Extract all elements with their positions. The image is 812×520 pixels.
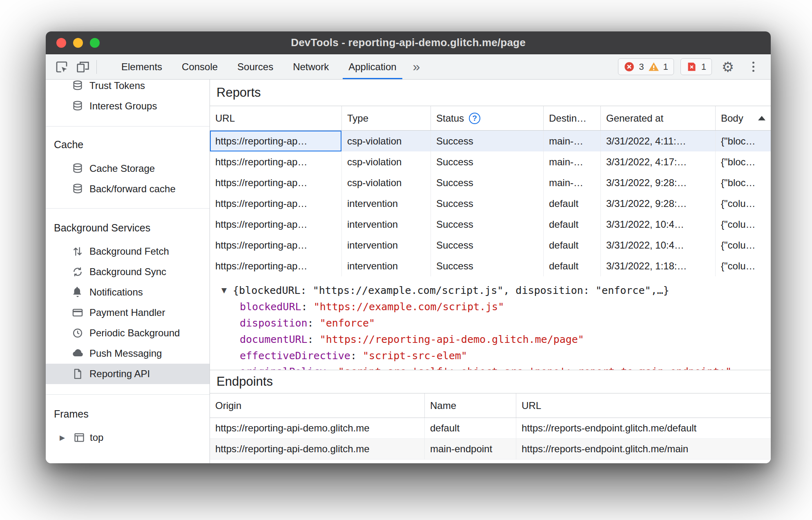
device-toolbar-icon	[76, 60, 89, 73]
report-type-cell: csp-violation	[341, 172, 431, 193]
column-header-type[interactable]: Type	[341, 106, 431, 130]
sidebar-item-label: Interest Groups	[89, 100, 157, 112]
sidebar-item-cache-storage[interactable]: Cache Storage	[46, 158, 210, 179]
endpoint-row[interactable]: https://reporting-api-demo.glitch.me def…	[210, 418, 771, 439]
preview-summary-text: {blockedURL: "https://example.com/script…	[233, 284, 669, 296]
inspect-element-button[interactable]	[52, 58, 71, 76]
sidebar-item-reporting-api[interactable]: Reporting API	[46, 364, 210, 384]
sidebar-item-interest-groups[interactable]: Interest Groups	[46, 96, 210, 116]
report-generated-cell: 3/31/2022, 4:17:…	[600, 151, 715, 172]
report-type-cell: csp-violation	[341, 151, 431, 172]
tab-console[interactable]: Console	[172, 54, 228, 79]
sidebar-item-periodic-background-sync[interactable]: Periodic Background	[46, 323, 210, 343]
sidebar-item-background-fetch[interactable]: Background Fetch	[46, 241, 210, 262]
sidebar-item-label: Trust Tokens	[89, 80, 145, 91]
preview-properties: blockedURL : "https://example.com/script…	[221, 298, 771, 370]
report-row[interactable]: https://reporting-ap… csp-violation Succ…	[210, 151, 771, 172]
issue-count: 1	[701, 62, 706, 72]
device-toolbar-button[interactable]	[74, 58, 92, 76]
settings-button[interactable]: ⚙	[718, 58, 737, 76]
report-row[interactable]: https://reporting-ap… intervention Succe…	[210, 193, 771, 214]
property-key: blockedURL	[240, 301, 301, 313]
console-errors-warnings-badge[interactable]: 3 1	[618, 58, 674, 75]
three-dots-icon	[752, 62, 754, 72]
sidebar-item-label: Payment Handler	[89, 307, 165, 318]
tab-elements[interactable]: Elements	[112, 54, 172, 79]
error-icon	[624, 61, 635, 72]
sidebar-item-payment-handler[interactable]: Payment Handler	[46, 302, 210, 323]
report-destination-cell: main-…	[543, 131, 600, 151]
more-tabs-button[interactable]: »	[406, 54, 427, 79]
customize-devtools-button[interactable]	[744, 58, 763, 76]
sidebar-item-background-sync[interactable]: Background Sync	[46, 262, 210, 282]
column-header-url[interactable]: URL	[210, 106, 341, 130]
property-separator: :	[326, 364, 338, 370]
tab-application[interactable]: Application	[339, 54, 406, 79]
database-icon	[72, 163, 83, 174]
sidebar-section-frames: Frames	[46, 404, 210, 424]
issues-badge[interactable]: 1	[680, 58, 712, 75]
traffic-lights	[56, 38, 100, 48]
column-header-body[interactable]: Body	[715, 106, 771, 130]
report-destination-cell: default	[543, 235, 600, 256]
sidebar-item-label: Back/forward cache	[89, 183, 176, 195]
sidebar-item-label: top	[90, 432, 103, 443]
report-body-preview: ▼ {blockedURL: "https://example.com/scri…	[210, 276, 771, 370]
tab-network[interactable]: Network	[283, 54, 339, 79]
report-status-cell: Success	[431, 256, 543, 276]
sidebar-item-notifications[interactable]: Notifications	[46, 282, 210, 302]
tab-sources[interactable]: Sources	[228, 54, 283, 79]
column-header-name[interactable]: Name	[424, 393, 516, 418]
column-header-origin[interactable]: Origin	[210, 393, 424, 418]
property-key: disposition	[240, 317, 308, 329]
column-header-generated-at[interactable]: Generated at	[600, 106, 715, 130]
sidebar-item-back-forward-cache[interactable]: Back/forward cache	[46, 179, 210, 199]
report-url-cell: https://reporting-ap…	[210, 151, 341, 172]
report-row[interactable]: https://reporting-ap… csp-violation Succ…	[210, 131, 771, 151]
report-destination-cell: default	[543, 214, 600, 235]
property-separator: :	[308, 317, 320, 329]
report-type-cell: intervention	[341, 193, 431, 214]
report-row[interactable]: https://reporting-ap… intervention Succe…	[210, 256, 771, 276]
column-header-endpoint-url[interactable]: URL	[516, 393, 771, 418]
panel-tabs: Elements Console Sources Network Applica…	[112, 54, 426, 79]
sidebar-item-trust-tokens[interactable]: Trust Tokens	[46, 80, 210, 96]
column-header-status[interactable]: Status ?	[431, 106, 543, 130]
column-header-destination[interactable]: Destin…	[543, 106, 600, 130]
zoom-window-button[interactable]	[90, 38, 100, 48]
endpoint-row[interactable]: https://reporting-api-demo.glitch.me mai…	[210, 439, 771, 460]
credit-card-icon	[72, 307, 83, 318]
property-value: "script-src 'self'; object-src 'none'; r…	[338, 364, 732, 370]
report-row[interactable]: https://reporting-ap… csp-violation Succ…	[210, 172, 771, 193]
report-body-cell: {"colu…	[715, 256, 771, 276]
report-row[interactable]: https://reporting-ap… intervention Succe…	[210, 214, 771, 235]
close-window-button[interactable]	[56, 38, 66, 48]
report-destination-cell: main-…	[543, 151, 600, 172]
status-help-icon[interactable]: ?	[469, 113, 480, 124]
sidebar-item-label: Push Messaging	[89, 348, 162, 359]
application-sidebar: Trust Tokens Interest Groups Cache Cache…	[46, 80, 210, 463]
property-key: originalPolicy	[240, 364, 326, 370]
report-row[interactable]: https://reporting-ap… intervention Succe…	[210, 235, 771, 256]
property-separator: :	[301, 301, 314, 313]
report-status-cell: Success	[431, 131, 543, 151]
reports-heading: Reports	[210, 80, 771, 106]
minimize-window-button[interactable]	[73, 38, 83, 48]
frame-icon	[74, 432, 85, 443]
expand-triangle-icon[interactable]: ▶	[60, 433, 69, 442]
gear-icon: ⚙	[722, 60, 734, 74]
sidebar-item-label: Reporting API	[89, 368, 150, 380]
toolbar-divider	[96, 60, 97, 74]
up-down-arrows-icon	[72, 246, 83, 257]
report-body-cell: {"colu…	[715, 235, 771, 256]
database-icon	[72, 183, 83, 195]
report-url-cell: https://reporting-ap…	[210, 193, 341, 214]
preview-summary-line: ▼ {blockedURL: "https://example.com/scri…	[221, 282, 771, 298]
collapse-triangle-icon[interactable]: ▼	[221, 286, 233, 294]
sidebar-item-top-frame[interactable]: ▶ top	[46, 427, 210, 448]
report-status-cell: Success	[431, 235, 543, 256]
sidebar-item-push-messaging[interactable]: Push Messaging	[46, 343, 210, 364]
report-generated-cell: 3/31/2022, 10:4…	[600, 235, 715, 256]
endpoints-table: https://reporting-api-demo.glitch.me def…	[210, 418, 771, 460]
database-icon	[72, 80, 83, 91]
